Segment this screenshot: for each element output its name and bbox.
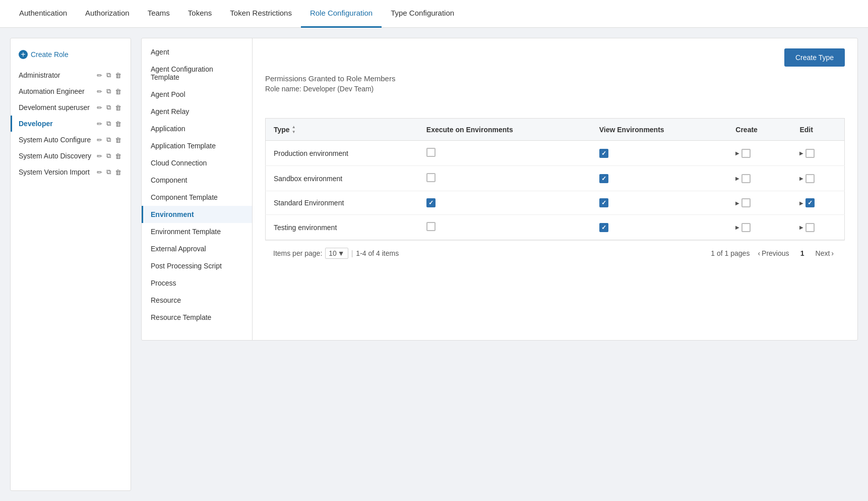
create-checkbox-wrap-0: ▶ <box>735 149 783 158</box>
view-checkbox-2[interactable] <box>599 198 608 207</box>
edit-role-icon-developer[interactable]: ✏ <box>96 120 103 128</box>
type-list-item-post-processing-script[interactable]: Post Processing Script <box>142 257 252 274</box>
edit-expand-icon-0[interactable]: ▶ <box>799 150 803 156</box>
type-list-item-agent-pool[interactable]: Agent Pool <box>142 86 252 103</box>
delete-role-icon-develoment-superuser[interactable]: 🗑 <box>114 103 122 112</box>
next-page-button[interactable]: Next › <box>813 248 837 259</box>
type-list-item-component-template[interactable]: Component Template <box>142 189 252 206</box>
permissions-table-body: Production environment▶▶Sandbox environm… <box>266 141 845 240</box>
top-nav-item-authorization[interactable]: Authorization <box>76 0 139 28</box>
create-expand-icon-3[interactable]: ▶ <box>735 225 739 230</box>
execute-checkbox-3[interactable] <box>426 222 436 231</box>
type-list-item-agent[interactable]: Agent <box>142 43 252 61</box>
copy-role-icon-system-auto-configure[interactable]: ⧉ <box>105 135 112 144</box>
copy-role-icon-system-version-import[interactable]: ⧉ <box>105 168 112 177</box>
items-per-page-value: 10 <box>329 249 337 257</box>
view-checkbox-0[interactable] <box>599 149 608 158</box>
top-nav-item-authentication[interactable]: Authentication <box>10 0 76 28</box>
sidebar-role-develoment-superuser[interactable]: Develoment superuser✏⧉🗑 <box>11 99 131 116</box>
sort-arrows-type[interactable]: ▲▼ <box>292 125 296 134</box>
execute-checkbox-2[interactable] <box>426 198 436 207</box>
sidebar-role-developer[interactable]: Developer✏⧉🗑 <box>11 116 131 132</box>
edit-expand-icon-1[interactable]: ▶ <box>799 176 803 181</box>
cell-type-0: Production environment <box>266 141 418 166</box>
create-checkbox-2[interactable] <box>741 198 751 207</box>
create-checkbox-3[interactable] <box>741 223 751 232</box>
permissions-role-name: Role name: Developer (Dev Team) <box>265 85 845 93</box>
type-list-item-application[interactable]: Application <box>142 120 252 137</box>
create-expand-icon-2[interactable]: ▶ <box>735 200 739 206</box>
edit-role-icon-system-auto-discovery[interactable]: ✏ <box>96 152 103 160</box>
edit-role-icon-administrator[interactable]: ✏ <box>96 71 103 80</box>
delete-role-icon-developer[interactable]: 🗑 <box>114 120 122 128</box>
edit-expand-icon-2[interactable]: ▶ <box>799 200 803 206</box>
type-list-item-component[interactable]: Component <box>142 172 252 189</box>
sidebar-role-system-auto-configure[interactable]: System Auto Configure✏⧉🗑 <box>11 132 131 148</box>
table-row: Sandbox environment▶▶ <box>266 166 845 191</box>
delete-role-icon-automation-engineer[interactable]: 🗑 <box>114 87 122 96</box>
type-list-item-process[interactable]: Process <box>142 274 252 292</box>
cell-type-2: Standard Environment <box>266 191 418 215</box>
type-list-item-agent-configuration-template[interactable]: Agent Configuration Template <box>142 61 252 86</box>
edit-checkbox-wrap-0: ▶ <box>799 149 836 158</box>
edit-checkbox-2[interactable] <box>805 198 815 207</box>
col-execute: Execute on Environments <box>418 119 591 141</box>
top-nav-item-teams[interactable]: Teams <box>139 0 179 28</box>
edit-checkbox-3[interactable] <box>805 223 815 232</box>
role-name-administrator: Administrator <box>19 71 60 79</box>
execute-checkbox-0[interactable] <box>426 148 436 157</box>
items-per-page-select[interactable]: 10 ▼ <box>325 248 348 259</box>
type-list-item-external-approval[interactable]: External Approval <box>142 240 252 257</box>
create-checkbox-0[interactable] <box>741 149 751 158</box>
create-checkbox-wrap-3: ▶ <box>735 223 783 232</box>
type-list-item-agent-relay[interactable]: Agent Relay <box>142 103 252 120</box>
type-list-item-cloud-connection[interactable]: Cloud Connection <box>142 154 252 172</box>
type-list-item-resource-template[interactable]: Resource Template <box>142 309 252 326</box>
type-list-item-application-template[interactable]: Application Template <box>142 137 252 154</box>
previous-page-button[interactable]: ‹ Previous <box>755 248 792 259</box>
edit-checkbox-0[interactable] <box>805 149 815 158</box>
edit-role-icon-automation-engineer[interactable]: ✏ <box>96 87 103 96</box>
sidebar-role-administrator[interactable]: Administrator✏⧉🗑 <box>11 67 131 83</box>
execute-checkbox-1[interactable] <box>426 173 436 182</box>
role-actions-developer: ✏⧉🗑 <box>96 119 122 128</box>
type-list-item-environment-template[interactable]: Environment Template <box>142 223 252 240</box>
edit-role-icon-system-auto-configure[interactable]: ✏ <box>96 136 103 144</box>
top-nav-item-tokens[interactable]: Tokens <box>179 0 221 28</box>
sidebar-role-automation-engineer[interactable]: Automation Engineer✏⧉🗑 <box>11 83 131 99</box>
create-checkbox-1[interactable] <box>741 174 751 183</box>
role-actions-automation-engineer: ✏⧉🗑 <box>96 87 122 96</box>
create-expand-icon-1[interactable]: ▶ <box>735 176 739 181</box>
create-type-button[interactable]: Create Type <box>784 48 845 67</box>
create-expand-icon-0[interactable]: ▶ <box>735 150 739 156</box>
delete-role-icon-administrator[interactable]: 🗑 <box>114 71 122 80</box>
copy-role-icon-developer[interactable]: ⧉ <box>105 119 112 128</box>
delete-role-icon-system-version-import[interactable]: 🗑 <box>114 168 122 177</box>
view-checkbox-3[interactable] <box>599 223 608 232</box>
type-list-item-resource[interactable]: Resource <box>142 292 252 309</box>
edit-checkbox-1[interactable] <box>805 174 815 183</box>
edit-checkbox-wrap-3: ▶ <box>799 223 836 232</box>
sidebar-role-system-version-import[interactable]: System Version Import✏⧉🗑 <box>11 164 131 180</box>
copy-role-icon-automation-engineer[interactable]: ⧉ <box>105 87 112 96</box>
delete-role-icon-system-auto-configure[interactable]: 🗑 <box>114 136 122 144</box>
copy-role-icon-develoment-superuser[interactable]: ⧉ <box>105 103 112 112</box>
sidebar-role-system-auto-discovery[interactable]: System Auto Discovery✏⧉🗑 <box>11 148 131 164</box>
view-checkbox-1[interactable] <box>599 174 608 183</box>
copy-role-icon-administrator[interactable]: ⧉ <box>105 71 112 80</box>
top-nav-item-token-restrictions[interactable]: Token Restrictions <box>221 0 301 28</box>
edit-role-icon-develoment-superuser[interactable]: ✏ <box>96 103 103 112</box>
delete-role-icon-system-auto-discovery[interactable]: 🗑 <box>114 152 122 160</box>
edit-expand-icon-3[interactable]: ▶ <box>799 225 803 230</box>
edit-role-icon-system-version-import[interactable]: ✏ <box>96 168 103 177</box>
chevron-left-icon: ‹ <box>758 249 760 257</box>
plus-icon: + <box>19 50 28 59</box>
items-range-label: 1-4 of 4 items <box>356 249 399 257</box>
create-role-button[interactable]: + Create Role <box>11 46 131 63</box>
type-list-item-environment[interactable]: Environment <box>142 206 252 223</box>
chevron-right-icon: › <box>831 249 834 257</box>
copy-role-icon-system-auto-discovery[interactable]: ⧉ <box>105 151 112 160</box>
col-create: Create <box>727 119 791 141</box>
top-nav-item-type-configuration[interactable]: Type Configuration <box>382 0 463 28</box>
top-nav-item-role-configuration[interactable]: Role Configuration <box>301 0 382 28</box>
